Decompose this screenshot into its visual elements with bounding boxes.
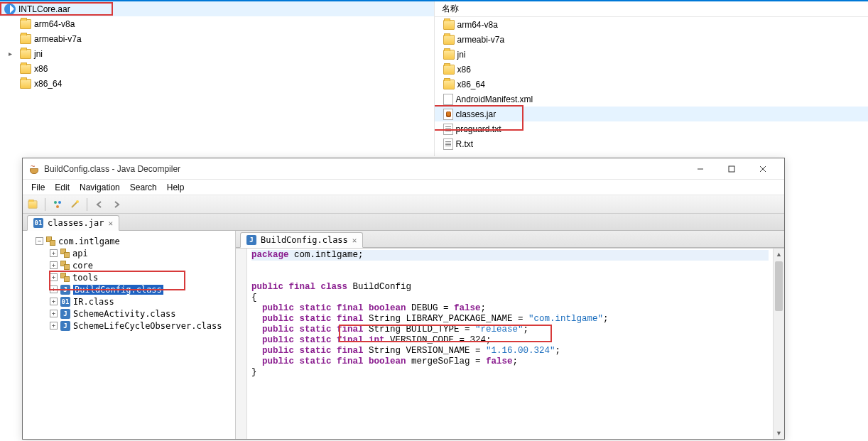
file-row-folder[interactable]: x86 [435,62,869,77]
code-token: "release" [475,325,523,334]
tree-node-x8664[interactable]: x86_64 [0,76,434,91]
close-button[interactable] [747,159,779,179]
tab-buildconfig[interactable]: J BuildConfig.class ✕ [240,232,363,248]
folder-icon [443,80,455,89]
collapse-icon[interactable]: − [36,237,43,245]
left-tree-pane[interactable]: INTLCore.aar arm64-v8a armeabi-v7a ▸ jni… [0,1,435,156]
folder-icon [443,65,455,75]
file-label: armeabi-v7a [457,35,505,45]
menu-file[interactable]: File [27,181,49,194]
expand-icon[interactable]: + [50,249,58,257]
menu-help[interactable]: Help [163,181,189,194]
tree-label: core [72,261,93,271]
file-row-rtxt[interactable]: R.txt [435,136,869,151]
menu-search[interactable]: Search [126,181,161,194]
tree-class-ir[interactable]: + 01 IR.class [26,295,232,307]
scroll-up-icon[interactable]: ▲ [774,249,784,260]
folder-icon [20,64,31,74]
tab-close-icon[interactable]: ✕ [352,236,357,245]
jar-tab-icon: 01 [33,218,43,228]
tree-class-scheme[interactable]: + J SchemeActivity.class [26,307,232,320]
tree-label: tools [72,273,98,283]
minimize-button[interactable] [685,159,716,179]
tree-node-arm64[interactable]: arm64-v8a [0,16,434,31]
file-row-classesjar[interactable]: classes.jar [435,107,869,121]
tree-subpkg-tools[interactable]: + tools [26,271,232,283]
scroll-down-icon[interactable]: ▼ [774,428,784,439]
code-token: DEBUG = [406,303,455,313]
file-row-proguard[interactable]: proguard.txt [435,121,869,136]
toolbar-tree-button[interactable] [50,197,65,212]
code-content[interactable]: package com.intlgame; public final class… [247,249,773,439]
column-header-row[interactable]: 名称 ⌃ [435,1,869,17]
code-gutter [236,249,247,439]
file-row-folder[interactable]: x86_64 [435,77,869,92]
file-row-manifest[interactable]: AndroidManifest.xml [435,92,869,107]
svg-point-5 [58,201,61,204]
class-icon: J [60,309,70,319]
folder-icon [20,79,31,89]
file-label: x86_64 [457,80,485,89]
file-row-folder[interactable]: arm64-v8a [435,17,869,32]
code-token: ; [603,314,609,324]
tab-classes-jar[interactable]: 01 classes.jar ✕ [27,215,119,231]
tree-class-lifecycle[interactable]: + J SchemeLifeCycleObserver.class [26,320,232,332]
svg-point-8 [76,200,79,203]
file-row-folder[interactable]: jni [435,47,869,62]
right-file-pane[interactable]: 名称 ⌃ arm64-v8a armeabi-v7a jni x86 x86_6… [435,1,869,156]
tree-label: BuildConfig.class [73,285,163,295]
code-token: String BUILD_TYPE = [364,325,476,334]
wand-icon [70,200,80,209]
tree-node-x86[interactable]: x86 [0,61,434,76]
code-token: public static final [251,314,364,324]
tree-package[interactable]: − com.intlgame [26,235,232,247]
code-token: false [454,303,481,313]
menu-navigation[interactable]: Navigation [75,181,124,194]
toolbar-wand-button[interactable] [67,197,82,212]
column-header-name[interactable]: 名称 [435,1,466,16]
code-token: com.intlgame; [289,250,364,260]
expand-icon[interactable]: + [50,261,58,269]
file-label: proguard.txt [456,124,501,134]
tree-root-intlcore[interactable]: INTLCore.aar [0,1,434,16]
package-icon [60,273,70,282]
vertical-scrollbar[interactable]: ▲ ▼ [773,249,784,439]
expand-icon[interactable]: + [50,310,58,317]
tab-close-icon[interactable]: ✕ [108,219,113,228]
toolbar-open-button[interactable] [26,197,40,212]
titlebar[interactable]: BuildConfig.class - Java Decompiler [23,158,784,180]
expand-icon[interactable]: + [50,285,58,293]
text-file-icon [443,124,453,135]
expand-icon[interactable]: + [50,273,58,281]
menu-edit[interactable]: Edit [50,181,74,194]
window-title: BuildConfig.class - Java Decompiler [44,164,680,174]
package-icon [60,249,70,258]
toolbar-back-button[interactable] [92,197,107,212]
maximize-icon [728,165,735,173]
arrow-left-icon [95,200,104,209]
aar-icon [4,4,16,15]
package-tree[interactable]: − com.intlgame + api + core + tools + [23,231,236,439]
scroll-thumb[interactable] [775,261,783,311]
tree-label: IR.class [73,297,114,307]
chevron-right-icon[interactable]: ▸ [6,50,14,58]
expand-icon[interactable]: + [50,322,58,330]
close-icon [759,165,766,173]
expand-icon[interactable]: + [50,298,58,305]
tree-subpkg-core[interactable]: + core [26,259,232,271]
editor-tab-label: BuildConfig.class [261,235,348,245]
tree-node-jni[interactable]: ▸ jni [0,46,434,61]
code-token: BuildConfig [347,282,411,292]
tree-node-armeabi[interactable]: armeabi-v7a [0,31,434,46]
tree-class-buildconfig[interactable]: + J BuildConfig.class [26,283,232,295]
tree-subpkg-api[interactable]: + api [26,247,232,259]
scroll-track[interactable] [774,260,784,428]
maximize-button[interactable] [716,159,747,179]
tree-label: x86 [34,64,48,74]
code-token: public static final boolean [251,356,406,366]
tree-label: arm64-v8a [34,19,75,29]
toolbar-forward-button[interactable] [109,197,124,212]
code-token: public final class [251,282,347,292]
code-token: String LIBRARY_PACKAGE_NAME = [364,314,529,324]
file-row-folder[interactable]: armeabi-v7a [435,32,869,47]
